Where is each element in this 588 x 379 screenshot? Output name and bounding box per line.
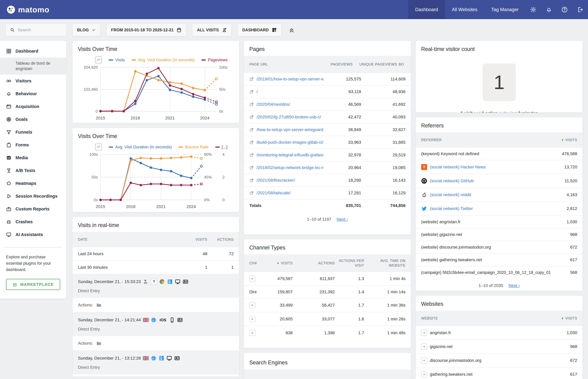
column-avg-time-on-website[interactable]: AVG. TIME ON WEBSITE <box>364 258 406 268</box>
sidebar-item-dashboard[interactable]: Dashboard <box>0 45 66 58</box>
site-selector[interactable]: BLOG <box>72 24 100 36</box>
sidebar-item-visitors[interactable]: Visitors <box>0 75 66 87</box>
external-link-icon[interactable] <box>249 178 254 183</box>
ios-os-label: iOS <box>160 318 166 322</box>
external-link-icon[interactable] <box>249 153 254 157</box>
page-url-link[interactable]: / <box>257 89 258 94</box>
column-page-url[interactable]: PAGE URL <box>249 62 315 67</box>
page-url-link[interactable]: /2019/01/how-to-setup-vpn-server-wi... <box>257 77 323 81</box>
column-visits: VISITS <box>183 237 207 242</box>
nav-all-websites[interactable]: All Websites <box>445 0 484 19</box>
sidebar-item-funnels[interactable]: Funnels <box>0 126 66 139</box>
expand-row-button[interactable]: + <box>249 330 255 336</box>
expand-row-button[interactable]: + <box>421 344 427 350</box>
sidebar-item-custom-reports[interactable]: Custom Reports <box>0 203 66 215</box>
matomo-logo[interactable]: matomo <box>0 0 56 19</box>
collapse-toolbar-button[interactable] <box>288 24 296 36</box>
logout-button[interactable] <box>572 0 588 19</box>
visitor-profile-icon[interactable] <box>183 279 188 284</box>
notifications-button[interactable] <box>541 0 557 19</box>
page-url-link[interactable]: /2020/02/lg-27ul850-broken-usb-c/ <box>257 115 321 119</box>
segment-selector[interactable]: ALL VISITS <box>192 24 232 36</box>
column-unique-pageviews[interactable]: UNIQUE PAGEVIEWS <box>353 62 397 67</box>
help-button[interactable] <box>557 0 572 19</box>
settings-button[interactable] <box>525 0 541 19</box>
sidebar-item-acquisition[interactable]: Acquisition <box>0 100 66 113</box>
external-link-icon[interactable] <box>249 191 254 195</box>
expand-row-button[interactable]: + <box>249 302 255 308</box>
column-visits[interactable]: ▼VISITS <box>257 261 293 265</box>
realtime-visit-entry[interactable]: Sunday, December 21, - 13:12:26 Direct E… <box>73 350 239 374</box>
sidebar-item-goals[interactable]: Goals <box>0 113 66 126</box>
referrer-link[interactable]: (social network) reddit <box>430 192 471 197</box>
table-row: +angristan.fr1,030 <box>416 326 583 340</box>
legend-item-avg-visit-duration[interactable]: Avg. Visit Duration (in seconds) <box>132 58 195 62</box>
sidebar-item-ab-tests[interactable]: A/B Tests <box>0 164 66 177</box>
date-range-picker[interactable]: FROM 2015-01-18 TO 2025-12-21 <box>106 24 186 36</box>
page-url-link[interactable]: /how-to-setup-vpn-server-wireguard-... <box>257 127 323 132</box>
expand-row-button[interactable]: + <box>421 371 427 377</box>
search-input[interactable] <box>18 28 62 32</box>
column-pageviews[interactable]: PAGEVIEWS <box>315 62 353 67</box>
visitor-profile-icon[interactable] <box>177 317 183 323</box>
sidebar-item-ai-assistants[interactable]: AI Assistants <box>0 228 66 241</box>
next-page-link[interactable]: Next › <box>509 283 520 288</box>
external-link-icon[interactable] <box>249 102 254 107</box>
external-link-icon[interactable] <box>249 115 254 119</box>
legend-item-truncated-metric[interactable]: [...] <box>215 145 227 149</box>
expand-row-button[interactable]: + <box>249 276 255 282</box>
sidebar-item-forms[interactable]: Forms <box>0 139 66 151</box>
nav-tag-manager[interactable]: Tag Manager <box>484 0 525 19</box>
visits-over-time-chart[interactable]: 00s102,46050s204,920100s2015201820212024 <box>78 63 234 122</box>
chart-export-icon[interactable] <box>95 143 102 150</box>
realtime-visit-entry[interactable]: Sunday, December 21, - 15:33:23 ? Direct… <box>73 274 239 298</box>
column-visits[interactable]: ▼VISITS <box>551 138 577 142</box>
legend-item-bounce-rate[interactable]: Bounce Rate <box>178 145 208 149</box>
sidebar-item-heatmaps[interactable]: Heatmaps <box>0 177 66 190</box>
page-url-link[interactable]: /2018/02/setup-network-bridge-lxc-net/ <box>257 165 323 170</box>
realtime-visit-entry[interactable]: Sunday, December 21, - 14:21:44 iOS Dire… <box>73 312 239 336</box>
legend-item-pageviews[interactable]: Pageviews <box>201 58 228 62</box>
sidebar-item-behaviour[interactable]: Behaviour <box>0 87 66 100</box>
search-box[interactable] <box>6 24 66 36</box>
expand-row-button[interactable]: + <box>421 357 427 363</box>
column-channel-type[interactable]: CHANNEL TYPE <box>249 261 257 265</box>
visitor-profile-icon[interactable] <box>174 355 180 361</box>
folder-icon[interactable] <box>96 341 102 346</box>
column-website[interactable]: WEBSITE <box>421 316 551 321</box>
legend-item-visits[interactable]: Visits <box>109 58 125 62</box>
column-actions-per-visit[interactable]: ACTIONS PER VISIT <box>335 258 364 268</box>
column-referrer[interactable]: REFERRER <box>421 138 551 142</box>
nav-dashboard[interactable]: Dashboard <box>408 0 445 19</box>
page-url-link[interactable]: /2021/08/firecracker/ <box>257 178 295 183</box>
sidebar-item-media[interactable]: Media <box>0 151 66 164</box>
external-link-icon[interactable] <box>249 127 254 132</box>
media-icon <box>6 155 12 160</box>
expand-row-button[interactable]: + <box>249 316 255 322</box>
column-actions[interactable]: ACTIONS <box>293 261 335 265</box>
external-link-icon[interactable] <box>249 165 254 170</box>
legend-item-avg-visit-duration[interactable]: Avg. Visit Duration (in seconds) <box>109 145 172 149</box>
external-link-icon[interactable] <box>249 140 254 145</box>
page-url-link[interactable]: /build-push-docker-images-gitlab-ci/ <box>257 140 323 145</box>
dashboard-selector[interactable]: DASHBOARD <box>237 24 281 36</box>
sidebar-subitem-active-dashboard[interactable]: Tableau de bord de angristan <box>0 58 66 75</box>
page-url-link[interactable]: /monitoring-telegraf-influxdb-grafana/ <box>257 153 323 158</box>
next-page-link[interactable]: Next › <box>337 217 348 222</box>
expand-row-button[interactable]: + <box>421 330 427 336</box>
chart-export-icon[interactable] <box>95 57 102 63</box>
column-visits[interactable]: ▼VISITS <box>551 316 577 321</box>
folder-icon[interactable] <box>96 303 102 307</box>
referrer-link[interactable]: (social network) Hacker News <box>430 165 485 170</box>
marketplace-button[interactable]: MARKETPLACE <box>6 279 60 290</box>
sidebar-item-session-recordings[interactable]: Session Recordings <box>0 190 66 203</box>
page-url-link[interactable]: /2020/04/nextdns/ <box>257 102 290 107</box>
page-url-link[interactable]: /2021/08/tailscale/ <box>257 190 291 195</box>
column-bounce-clipped[interactable]: BO <box>398 62 406 67</box>
referrer-link[interactable]: (social network) GitHub <box>430 178 474 183</box>
external-link-icon[interactable] <box>249 77 254 81</box>
sidebar-item-crashes[interactable]: Crashes <box>0 215 66 228</box>
visits-over-time-chart-2[interactable]: 0s0%050s45%2100s90%42015201820212024 <box>78 150 234 211</box>
referrer-link[interactable]: (social network) Twitter <box>430 206 473 211</box>
external-link-icon[interactable] <box>249 90 254 94</box>
